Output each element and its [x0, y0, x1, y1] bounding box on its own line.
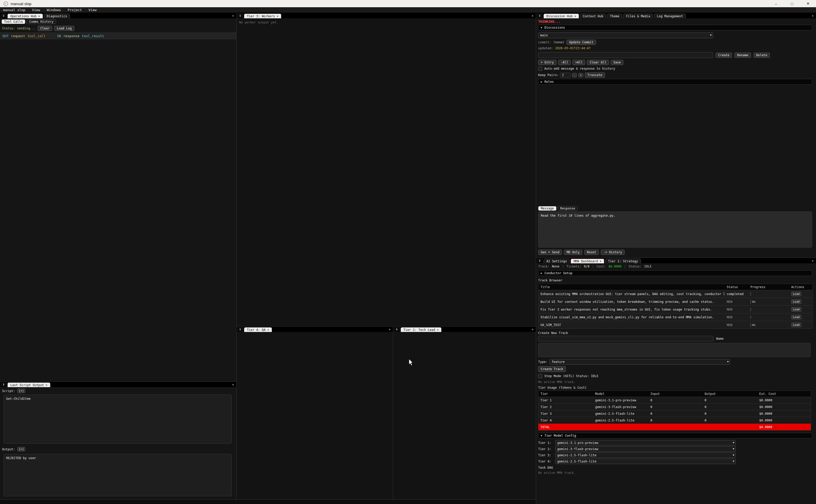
panel-menu-icon[interactable]: ▼ [1, 383, 6, 387]
menu-item-view[interactable]: View [32, 8, 40, 12]
panel-close-icon[interactable]: ✕ [532, 328, 534, 331]
tab-tier1-strategy[interactable]: Tier 1: Strategy [605, 259, 641, 263]
close-icon[interactable]: ✕ [600, 259, 601, 263]
keep-pairs-input[interactable] [560, 73, 570, 78]
close-icon[interactable]: ✕ [437, 328, 439, 331]
tab-discussion-hub[interactable]: Discussion Hub ✕ [544, 14, 579, 18]
keep-pairs-increment-button[interactable]: + [578, 73, 583, 77]
divider[interactable] [0, 381, 236, 382]
tier-model-config-header[interactable]: ▼ Tier Model Config [538, 433, 812, 438]
panel-close-icon[interactable]: ✕ [532, 14, 534, 18]
tool-call-log-row[interactable]: OUT request tool_call IN response tool_r… [0, 32, 236, 39]
load-track-button[interactable]: Load [791, 315, 801, 319]
tier3-model-select[interactable]: gemini-2.5-flash-lite▼ [555, 452, 736, 458]
message-textarea[interactable]: Read the first 10 lines of aggregate.py. [538, 212, 812, 248]
script-expand-button[interactable]: [+] [17, 389, 26, 393]
panel-menu-icon[interactable]: ▼ [394, 327, 400, 332]
tier4-model-select[interactable]: gemini-2.5-flash-lite▼ [555, 459, 736, 464]
load-track-button[interactable]: Load [791, 292, 801, 296]
clear-button[interactable]: Clear [38, 26, 52, 31]
close-icon[interactable]: ✕ [267, 328, 269, 331]
load-track-button[interactable]: Load [791, 323, 801, 327]
tab-operations-hub[interactable]: Operations Hub ✕ [7, 14, 43, 18]
divider[interactable] [536, 13, 536, 504]
tab-context-hub[interactable]: Context Hub [580, 14, 606, 18]
roles-section-header[interactable]: ▶ Roles [538, 79, 812, 85]
tab-diagnostics[interactable]: Diagnostics [44, 14, 70, 18]
panel-menu-icon[interactable]: ▼ [237, 327, 243, 332]
tier2-model-select[interactable]: gemini-3-flash-preview▼ [555, 446, 736, 452]
tab-theme[interactable]: Theme [607, 14, 622, 18]
tier1-model-select[interactable]: gemini-3.1-pro-preview▼ [555, 440, 736, 445]
md-only-button[interactable]: MD Only [564, 250, 582, 255]
new-track-name-input[interactable] [538, 336, 714, 342]
divider[interactable] [536, 258, 816, 258]
tab-mma-dashboard[interactable]: MMA Dashboard ✕ [571, 259, 604, 263]
gen-send-button[interactable]: Gen + Send [538, 250, 562, 255]
menu-item-windows[interactable]: Windows [47, 8, 61, 12]
output-textarea[interactable]: REJECTED by user [4, 454, 232, 496]
conductor-setup-header[interactable]: ▶ Conductor Setup [538, 270, 812, 276]
save-button[interactable]: Save [611, 60, 623, 65]
to-history-button[interactable]: -> History [601, 250, 625, 255]
tab-message[interactable]: Message [538, 206, 556, 211]
track-row[interactable]: Build UI for context window utilization,… [538, 298, 812, 305]
divider[interactable] [237, 326, 536, 327]
close-icon[interactable]: ✕ [46, 383, 47, 387]
panel-close-icon[interactable]: ✕ [812, 259, 814, 263]
track-row[interactable]: UX_SIM_TEST NEW 0% Load [538, 321, 812, 329]
output-expand-button[interactable]: [+] [17, 447, 26, 451]
panel-menu-icon[interactable]: ▼ [537, 259, 543, 263]
discussions-section-header[interactable]: ▼ Discussions [538, 25, 812, 30]
menu-item-view2[interactable]: View [88, 8, 96, 12]
clear-all-button[interactable]: Clear All [587, 60, 609, 65]
new-track-description-textarea[interactable] [538, 343, 811, 357]
track-row[interactable]: Enhance existing MMA orchestration GUI: … [538, 290, 812, 298]
track-type-select[interactable]: feature ▼ [550, 359, 730, 365]
panel-close-icon[interactable]: ✕ [232, 14, 234, 18]
panel-menu-icon[interactable]: ▼ [537, 14, 543, 18]
step-mode-checkbox[interactable] [538, 374, 542, 378]
tab-files-media[interactable]: Files & Media [623, 14, 653, 18]
tab-tier3-workers[interactable]: Tier 3: Workers ✕ [244, 14, 281, 18]
subtab-tool-calls[interactable]: Tool Calls [2, 19, 25, 24]
reset-button[interactable]: Reset [584, 250, 599, 255]
tab-last-script-output[interactable]: Last Script Output ✕ [7, 383, 50, 387]
load-track-button[interactable]: Load [791, 299, 801, 304]
add-entry-button[interactable]: + Entry [538, 60, 556, 65]
panel-close-icon[interactable]: ✕ [812, 14, 814, 18]
update-commit-button[interactable]: Update Commit [567, 40, 596, 45]
minimize-button[interactable]: – [768, 0, 784, 7]
tab-log-management[interactable]: Log Management [654, 14, 686, 18]
truncate-button[interactable]: Truncate [585, 72, 605, 78]
discussion-select[interactable]: main ▼ [538, 32, 713, 38]
expand-all-button[interactable]: +All [572, 60, 585, 65]
keep-pairs-decrement-button[interactable]: - [572, 73, 577, 77]
tab-tier2-techlead[interactable]: Tier 2: Tech Lead ✕ [401, 327, 441, 332]
subtab-comms-history[interactable]: Comms History [27, 19, 56, 24]
collapse-all-button[interactable]: -All [558, 60, 571, 65]
tab-ai-settings[interactable]: AI Settings [544, 259, 570, 263]
menu-item-project[interactable]: Project [68, 8, 82, 12]
delete-button[interactable]: Delete [754, 53, 770, 58]
panel-close-icon[interactable]: ✕ [389, 328, 391, 331]
discussion-name-input[interactable] [538, 52, 713, 58]
close-icon[interactable]: ✕ [574, 14, 576, 18]
create-track-button[interactable]: Create Track [538, 366, 566, 372]
load-track-button[interactable]: Load [791, 307, 801, 312]
close-icon[interactable]: ✕ [38, 14, 40, 18]
close-icon[interactable]: ✕ [277, 14, 278, 18]
auto-add-checkbox[interactable] [538, 67, 542, 71]
close-button[interactable]: ✕ [800, 0, 816, 7]
maximize-button[interactable]: □ [784, 0, 800, 7]
tab-response[interactable]: Response [558, 206, 578, 211]
script-textarea[interactable]: Get-ChildItem [4, 395, 232, 444]
rename-button[interactable]: Rename [734, 53, 751, 58]
panel-menu-icon[interactable]: ▼ [237, 14, 243, 18]
tab-tier4-qa[interactable]: Tier 4: QA ✕ [244, 327, 272, 332]
divider[interactable] [236, 13, 237, 499]
load-log-button[interactable]: Load Log [54, 26, 74, 31]
create-button[interactable]: Create [716, 53, 732, 58]
panel-close-icon[interactable]: ✕ [232, 383, 234, 386]
panel-menu-icon[interactable]: ▼ [1, 14, 6, 18]
